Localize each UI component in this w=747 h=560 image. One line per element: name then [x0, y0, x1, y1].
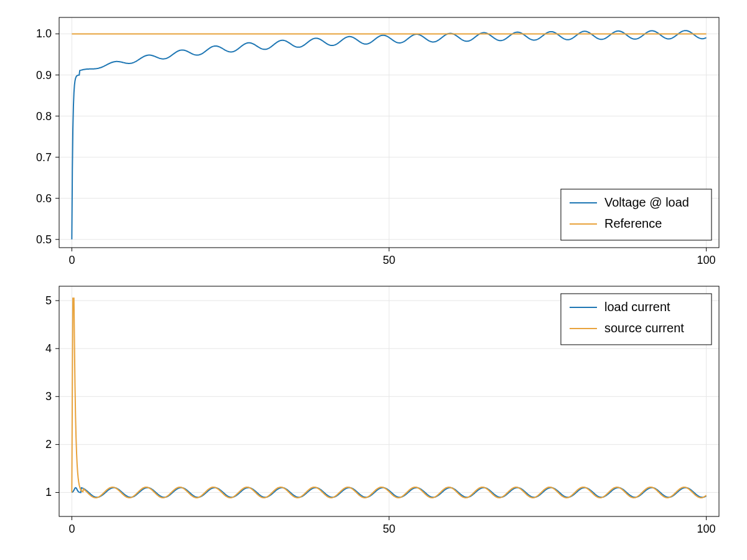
bottom-chart: 05010012345load currentsource current	[45, 286, 719, 535]
legend-label: Reference	[604, 217, 662, 230]
legend-label: load current	[604, 300, 670, 314]
legend-label: Voltage @ load	[604, 195, 689, 209]
y-tick-label: 2	[45, 438, 52, 450]
y-tick-label: 0.5	[36, 233, 52, 246]
x-tick-label: 0	[68, 523, 75, 535]
chart-panel: 0501000.50.60.70.80.91.0Voltage @ loadRe…	[0, 0, 747, 560]
y-tick-label: 1	[45, 486, 52, 498]
y-tick-label: 4	[45, 342, 52, 355]
y-tick-label: 0.6	[36, 192, 52, 205]
x-tick-label: 100	[697, 523, 716, 535]
x-tick-label: 0	[68, 254, 75, 266]
x-tick-label: 50	[383, 254, 395, 266]
y-tick-label: 0.9	[36, 69, 52, 82]
legend: load currentsource current	[561, 294, 712, 345]
top-chart: 0501000.50.60.70.80.91.0Voltage @ loadRe…	[36, 17, 719, 266]
legend: Voltage @ loadReference	[561, 189, 712, 240]
y-tick-label: 1.0	[36, 27, 52, 40]
legend-label: source current	[604, 321, 684, 335]
y-tick-label: 3	[45, 390, 52, 403]
y-tick-label: 5	[45, 294, 52, 307]
x-tick-label: 100	[697, 254, 716, 266]
y-tick-label: 0.7	[36, 151, 52, 164]
x-tick-label: 50	[383, 523, 395, 535]
y-tick-label: 0.8	[36, 110, 52, 123]
